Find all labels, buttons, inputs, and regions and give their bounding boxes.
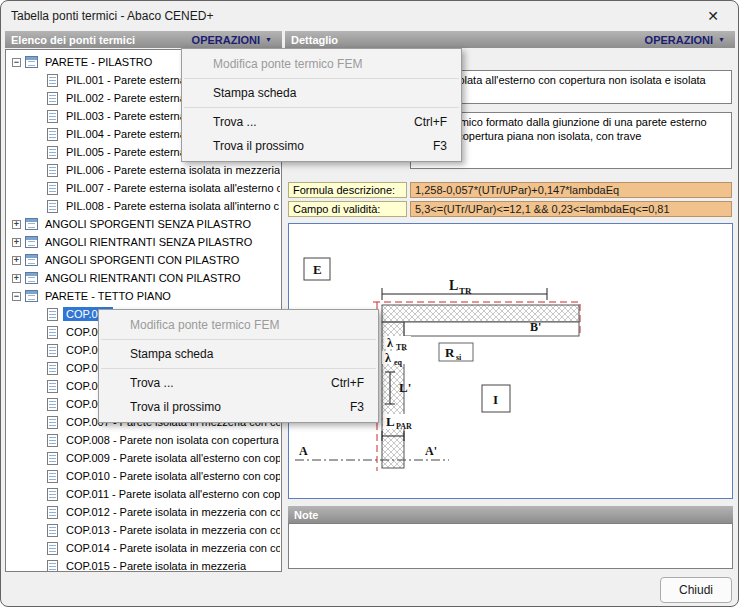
left-panel-title: Elenco dei ponti termici xyxy=(11,34,135,46)
diagram-label-rsi: R xyxy=(445,345,455,360)
detail-operations-label: OPERAZIONI xyxy=(645,34,713,46)
tree-item-label: PARETE - PILASTRO xyxy=(42,55,155,69)
left-operations-button[interactable]: OPERAZIONI ▼ xyxy=(192,34,272,46)
validity-label: Campo di validità: xyxy=(288,201,407,217)
tree-item[interactable]: COP.015 - Parete isolata in mezzeria xyxy=(7,557,280,572)
menu-item-shortcut: Ctrl+F xyxy=(331,376,364,390)
chevron-down-icon: ▼ xyxy=(718,36,725,43)
menu-item-trova[interactable]: Trova ... Ctrl+F xyxy=(99,371,378,395)
tree-item-label: PIL.001 - Parete esterna xyxy=(63,73,189,87)
tree-item-label: COP.009 - Parete isolata all'esterno con… xyxy=(63,451,280,465)
tree-item-label: COP.008 - Parete non isolata con copertu… xyxy=(63,433,280,447)
expand-icon[interactable]: + xyxy=(12,220,21,229)
document-icon xyxy=(47,524,58,537)
table-icon xyxy=(25,56,38,68)
diagram-label-lambda-tr-sub: TR xyxy=(396,343,407,352)
tree-item[interactable]: PIL.007 - Parete esterna isolata all'est… xyxy=(7,179,280,197)
menu-item-stampa-scheda[interactable]: Stampa scheda xyxy=(99,342,378,366)
menu-item-label: Stampa scheda xyxy=(130,347,213,361)
tree-item[interactable]: COP.008 - Parete non isolata con copertu… xyxy=(7,431,280,449)
tree-item[interactable]: +ANGOLI RIENTRANTI SENZA PILASTRO xyxy=(7,233,280,251)
menu-item-trova-prossimo[interactable]: Trova il prossimo F3 xyxy=(99,395,378,419)
tree-item-label: COP.011 - Parete isolata all'esterno con… xyxy=(63,487,280,501)
menu-item-label: Modifica ponte termico FEM xyxy=(130,318,279,332)
tree-item[interactable]: PIL.006 - Parete esterna isolata in mezz… xyxy=(7,161,280,179)
tree-item-label: PIL.003 - Parete esterna xyxy=(63,109,189,123)
menu-item-shortcut: F3 xyxy=(350,400,364,414)
tree-item-label: ANGOLI SPORGENTI SENZA PILASTRO xyxy=(42,217,254,231)
document-icon xyxy=(47,92,58,105)
menu-item-modifica-fem: Modifica ponte termico FEM xyxy=(99,313,378,337)
tree-item-label: COP.012 - Parete isolata in mezzeria con… xyxy=(63,505,280,519)
document-icon xyxy=(47,344,58,357)
left-panel-header: Elenco dei ponti termici OPERAZIONI ▼ xyxy=(5,31,282,48)
menu-item-modifica-fem: Modifica ponte termico FEM xyxy=(182,52,461,76)
close-button[interactable]: Chiudi xyxy=(660,577,732,603)
diagram-label-lambda-tr: λ xyxy=(387,336,393,350)
diagram-label-ltr: L xyxy=(449,278,458,293)
expand-icon[interactable]: + xyxy=(12,256,21,265)
close-icon[interactable]: ✕ xyxy=(698,5,728,27)
menu-item-label: Trova ... xyxy=(213,115,257,129)
expand-icon[interactable]: + xyxy=(12,238,21,247)
menu-separator xyxy=(184,107,459,108)
table-icon xyxy=(25,254,38,266)
validity-value: 5,3<=(UTr/UPar)<=12,1 && 0,23<=lambdaEq<… xyxy=(410,201,732,217)
window-title: Tabella ponti termici - Abaco CENED+ xyxy=(11,9,213,23)
document-icon xyxy=(47,74,58,87)
menu-item-shortcut: F3 xyxy=(433,139,447,153)
collapse-icon[interactable]: − xyxy=(12,292,21,301)
left-operations-label: OPERAZIONI xyxy=(192,34,260,46)
diagram-label-i: I xyxy=(493,392,498,407)
tree-item[interactable]: PIL.008 - Parete esterna isolata all'int… xyxy=(7,197,280,215)
menu-item-label: Stampa scheda xyxy=(213,86,296,100)
document-icon xyxy=(47,470,58,483)
menu-item-stampa-scheda[interactable]: Stampa scheda xyxy=(182,81,461,105)
operations-dropdown-menu: Modifica ponte termico FEM Stampa scheda… xyxy=(181,48,462,162)
tree-item[interactable]: +ANGOLI SPORGENTI CON PILASTRO xyxy=(7,251,280,269)
table-icon xyxy=(25,272,38,284)
table-icon xyxy=(25,218,38,230)
menu-item-shortcut: Ctrl+F xyxy=(414,115,447,129)
tree-item[interactable]: COP.010 - Parete isolata all'esterno con… xyxy=(7,467,280,485)
document-icon xyxy=(47,182,58,195)
tree-item[interactable]: −PARETE - TETTO PIANO xyxy=(7,287,280,305)
menu-item-trova[interactable]: Trova ... Ctrl+F xyxy=(182,110,461,134)
collapse-icon[interactable]: − xyxy=(12,58,21,67)
table-icon xyxy=(25,290,38,302)
diagram-label-a: A xyxy=(299,444,308,458)
menu-item-label: Trova il prossimo xyxy=(130,400,221,414)
tree-item[interactable]: COP.013 - Parete isolata in mezzeria con… xyxy=(7,521,280,539)
detail-operations-button[interactable]: OPERAZIONI ▼ xyxy=(645,34,725,46)
menu-separator xyxy=(101,339,376,340)
document-icon xyxy=(47,452,58,465)
diagram-label-lambda-eq-sub: eq xyxy=(394,358,403,367)
note-input[interactable] xyxy=(288,523,733,569)
diagram-label-l-prime: L' xyxy=(399,380,411,395)
menu-separator xyxy=(101,368,376,369)
title-bar: Tabella ponti termici - Abaco CENED+ ✕ xyxy=(1,1,738,31)
document-icon xyxy=(47,110,58,123)
document-icon xyxy=(47,488,58,501)
diagram-label-lpar-sub: PAR xyxy=(396,422,412,431)
tree-item[interactable]: +ANGOLI RIENTRANTI CON PILASTRO xyxy=(7,269,280,287)
tree-item[interactable]: +ANGOLI SPORGENTI SENZA PILASTRO xyxy=(7,215,280,233)
document-icon xyxy=(47,560,58,573)
tree-item-label: ANGOLI RIENTRANTI SENZA PILASTRO xyxy=(42,235,255,249)
tree-item-label: ANGOLI RIENTRANTI CON PILASTRO xyxy=(42,271,244,285)
diagram-label-lambda-eq: λ xyxy=(385,351,391,365)
document-icon xyxy=(47,128,58,141)
tree-item[interactable]: COP.012 - Parete isolata in mezzeria con… xyxy=(7,503,280,521)
document-icon xyxy=(47,164,58,177)
document-icon xyxy=(47,308,58,321)
expand-icon[interactable]: + xyxy=(12,274,21,283)
document-icon xyxy=(47,542,58,555)
tree-item[interactable]: COP.009 - Parete isolata all'esterno con… xyxy=(7,449,280,467)
tree-item[interactable]: COP.014 - Parete isolata in mezzeria con… xyxy=(7,539,280,557)
document-icon xyxy=(47,146,58,159)
tree-item-label: PIL.002 - Parete esterna xyxy=(63,91,189,105)
tree-item[interactable]: COP.011 - Parete isolata all'esterno con… xyxy=(7,485,280,503)
document-icon xyxy=(47,380,58,393)
menu-item-trova-prossimo[interactable]: Trova il prossimo F3 xyxy=(182,134,461,158)
document-icon xyxy=(47,416,58,429)
